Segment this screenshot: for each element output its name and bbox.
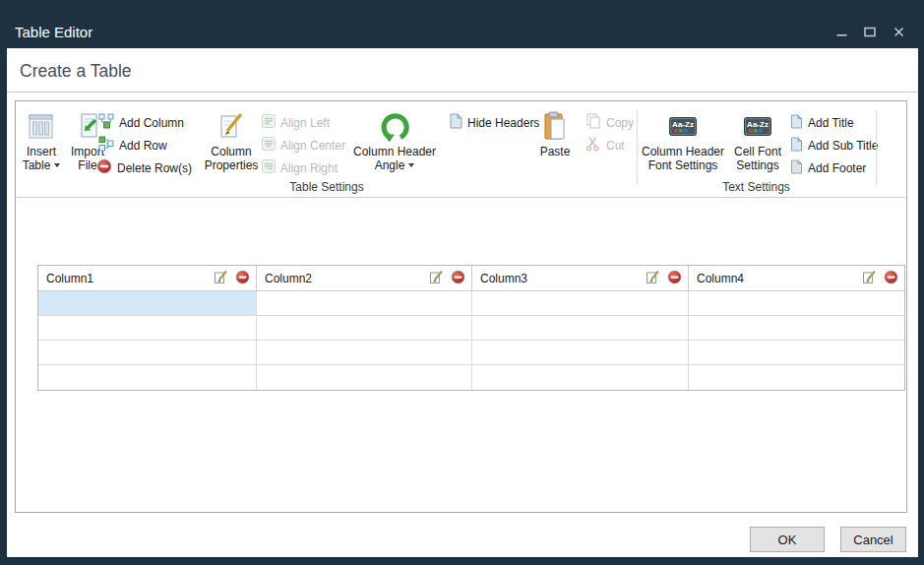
column-header[interactable]: Column4 [689,266,904,291]
table-cell[interactable] [472,365,689,390]
add-title-button[interactable]: Add Title [790,114,854,131]
paste-label: Paste [540,146,571,159]
close-button[interactable] [889,25,908,40]
column-header[interactable]: Column3 [472,266,689,291]
window-title: Table Editor [15,24,92,40]
align-center-icon [262,137,276,154]
copy-label: Copy [606,116,634,130]
minimize-button[interactable] [832,25,851,40]
table-cell[interactable] [472,316,689,341]
column-properties-icon [216,108,246,146]
table-editor-grid: Column1 Column2 [37,265,905,391]
add-sub-title-icon [790,137,803,155]
edit-column-icon[interactable] [862,270,877,287]
add-footer-icon [790,159,803,177]
table-cell[interactable] [472,291,689,316]
table-row [38,365,904,390]
delete-column-icon[interactable] [884,270,898,287]
ok-button[interactable]: OK [750,527,825,552]
column-name: Column4 [697,272,862,285]
page-title: Create a Table [20,61,132,82]
cell-font-label-2: Settings [736,159,778,173]
column-properties-button[interactable]: Column Properties [200,108,263,172]
table-cell[interactable] [38,341,257,365]
dialog-content: Create a Table Insert [7,48,918,557]
align-left-label: Align Left [280,116,330,130]
table-cell[interactable] [257,291,472,316]
delete-rows-button[interactable]: Delete Row(s) [96,159,192,176]
caret-down-icon [54,163,60,167]
table-cell[interactable] [38,316,257,341]
svg-text:Aa-Zz: Aa-Zz [672,120,694,129]
edit-column-icon[interactable] [429,270,444,287]
caret-down-icon [408,163,414,167]
edit-column-icon[interactable] [214,270,228,287]
cut-label: Cut [606,139,625,153]
font-settings-icon: Aa-Zz [743,108,772,146]
cut-button[interactable]: Cut [585,137,625,154]
toolbar-separator [876,110,877,185]
align-right-label: Align Right [280,161,338,175]
table-cell[interactable] [689,316,904,341]
column-name: Column2 [265,272,429,285]
cell-font-label-1: Cell Font [734,146,781,159]
group-label-table-settings: Table Settings [17,180,637,194]
column-header-angle-label-2: Angle [375,159,415,173]
column-header-font-label-1: Column Header [642,146,724,159]
add-row-label: Add Row [119,139,167,153]
column-header-actions [214,270,250,287]
table-cell[interactable] [472,341,689,365]
paste-icon [541,108,569,146]
copy-icon [585,113,601,132]
column-header-angle-label-1: Column Header [353,146,436,159]
add-row-icon [98,136,114,155]
table-cell-selected[interactable] [38,291,257,316]
column-header[interactable]: Column1 [38,266,257,291]
insert-table-button[interactable]: Insert Table [19,108,64,172]
edit-column-icon[interactable] [646,270,660,287]
paste-button[interactable]: Paste [530,108,580,159]
hide-headers-label: Hide Headers [467,116,539,130]
delete-column-icon[interactable] [451,270,465,287]
cell-font-settings-button[interactable]: Aa-Zz Cell Font Settings [727,108,788,172]
add-title-icon [790,114,803,132]
align-right-button[interactable]: Align Right [262,159,338,176]
table-cell[interactable] [257,365,472,390]
insert-table-icon [27,108,56,146]
copy-button[interactable]: Copy [585,114,634,131]
add-sub-title-button[interactable]: Add Sub Title [790,137,878,154]
column-header-angle-icon [377,108,412,146]
table-row [38,316,904,341]
cancel-button[interactable]: Cancel [840,527,906,552]
table-cell[interactable] [689,341,904,365]
maximize-button[interactable] [860,25,880,40]
table-cell[interactable] [257,341,472,365]
maximize-icon [864,24,876,41]
add-row-button[interactable]: Add Row [98,137,167,154]
heading-separator [7,92,918,93]
table-cell[interactable] [689,365,904,390]
column-header-font-settings-button[interactable]: Aa-Zz Column Header Font Settings [639,108,727,172]
table-cell[interactable] [689,291,904,316]
column-header[interactable]: Column2 [257,266,472,291]
add-footer-button[interactable]: Add Footer [790,159,866,176]
column-properties-label-2: Properties [205,159,259,173]
import-file-label-2: File [78,159,96,173]
align-center-button[interactable]: Align Center [262,137,345,154]
window-controls [832,25,908,40]
titlebar[interactable]: Table Editor [0,0,924,48]
column-header-angle-button[interactable]: Column Header Angle [347,108,442,172]
delete-rows-icon [96,158,112,177]
table-cell[interactable] [257,316,472,341]
column-header-actions [429,270,465,287]
table-row [38,291,904,316]
delete-column-icon[interactable] [235,270,250,287]
hide-headers-icon [449,113,462,132]
table-cell[interactable] [38,365,257,390]
delete-column-icon[interactable] [667,270,682,287]
hide-headers-button[interactable]: Hide Headers [449,114,539,131]
add-column-button[interactable]: Add Column [98,114,184,131]
column-properties-label-1: Column [211,146,251,159]
grid-header-row: Column1 Column2 [38,266,904,291]
align-left-button[interactable]: Align Left [262,114,330,131]
